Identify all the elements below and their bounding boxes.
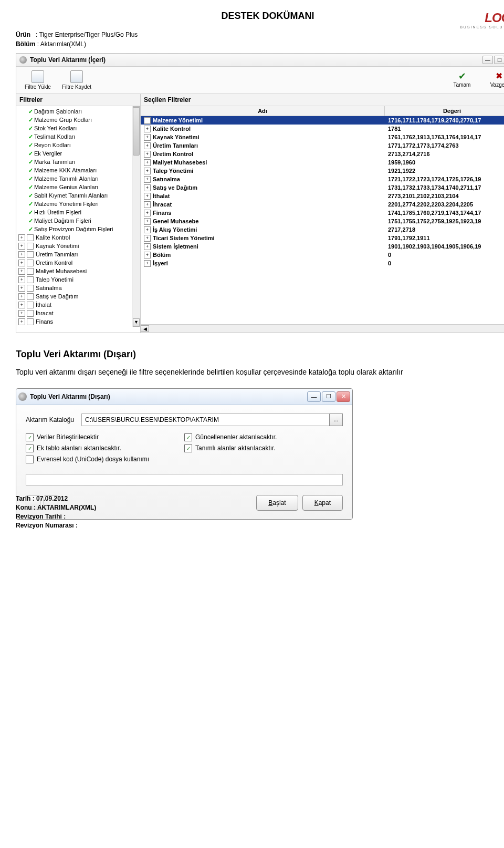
expand-icon[interactable]: + bbox=[144, 159, 151, 166]
tree-node[interactable]: +Satınalma bbox=[18, 284, 138, 292]
scroll-down-icon[interactable]: ▼ bbox=[133, 318, 140, 327]
expand-icon[interactable]: + bbox=[144, 235, 151, 242]
tree-node[interactable]: ✓Stok Yeri Kodları bbox=[18, 124, 138, 132]
grid-hscroll[interactable]: ◀ ▶ bbox=[141, 324, 504, 333]
expand-icon[interactable]: + bbox=[144, 260, 151, 267]
tree-node[interactable]: ✓Teslimat Kodları bbox=[18, 132, 138, 141]
tree-node[interactable]: +Maliyet Muhasebesi bbox=[18, 267, 138, 275]
tamam-button[interactable]: ✔ Tamam bbox=[445, 69, 479, 91]
expand-icon[interactable]: + bbox=[18, 327, 25, 327]
tree-node[interactable]: +Genel Muhasebe bbox=[18, 326, 138, 327]
col-value-header[interactable]: Değeri bbox=[385, 106, 504, 116]
grid-row[interactable]: +Malzeme Yönetimi1716,1711,1784,1719,274… bbox=[141, 116, 504, 125]
grid-row[interactable]: +Kalite Kontrol1781 bbox=[141, 125, 504, 133]
grid-row[interactable]: +Üretim Kontrol2713,2714,2716 bbox=[141, 150, 504, 158]
expand-icon[interactable]: + bbox=[18, 243, 25, 250]
tree-node[interactable]: +Satış ve Dağıtım bbox=[18, 292, 138, 301]
tree-node[interactable]: ✓Maliyet Dağıtım Fişleri bbox=[18, 216, 138, 225]
tree-node[interactable]: +Üretim Kontrol bbox=[18, 258, 138, 267]
titlebar[interactable]: Toplu Veri Aktarımı (İçeri) — ☐ ✕ bbox=[16, 54, 504, 67]
expand-icon[interactable]: + bbox=[18, 276, 25, 283]
expand-icon[interactable]: + bbox=[18, 285, 25, 292]
expand-icon[interactable]: + bbox=[18, 234, 25, 241]
expand-icon[interactable]: + bbox=[18, 251, 25, 258]
tree-node[interactable]: ✓Sabit Kıymet Tanımlı Alanları bbox=[18, 191, 138, 200]
chk-veriler-birlestirilecektir[interactable]: ✓Veriler Birleştirilecektir bbox=[26, 433, 184, 441]
tree-node[interactable]: ✓Dağıtım Şablonları bbox=[18, 107, 138, 116]
tree-node[interactable]: ✓Hızlı Üretim Fişleri bbox=[18, 208, 138, 216]
grid-row[interactable]: +Satınalma1721,1722,1723,1724,1725,1726,… bbox=[141, 175, 504, 183]
chk-unicode[interactable]: Evrensel kod (UniCode) dosya kullanımı bbox=[26, 456, 184, 463]
filtre-yukle-button[interactable]: Filtre Yükle bbox=[19, 69, 56, 91]
expand-icon[interactable]: + bbox=[144, 252, 151, 258]
expand-icon[interactable]: + bbox=[144, 142, 151, 149]
tree-node[interactable]: ✓Ek Vergiler bbox=[18, 149, 138, 158]
filtre-kaydet-button[interactable]: Filtre Kaydet bbox=[58, 69, 95, 91]
expand-icon[interactable]: + bbox=[144, 151, 151, 158]
tree-node[interactable]: ✓Malzeme KKK Atamaları bbox=[18, 166, 138, 174]
expand-icon[interactable]: + bbox=[144, 226, 151, 233]
chk-guncellenenler[interactable]: ✓Güncellenenler aktarılacaktır. bbox=[184, 433, 343, 441]
grid-row[interactable]: +Finans1741,1785,1760,2719,1743,1744,17 bbox=[141, 209, 504, 217]
scroll-left-icon[interactable]: ◀ bbox=[141, 325, 149, 332]
grid-row[interactable]: +Bölüm0 bbox=[141, 251, 504, 259]
katalog-input[interactable]: C:\USERS\BURCU.ESEN\DESKTOP\AKTARIM bbox=[81, 413, 330, 426]
grid-row[interactable]: +Satış ve Dağıtım1731,1732,1733,1734,174… bbox=[141, 183, 504, 192]
close-button[interactable]: ✕ bbox=[337, 391, 350, 402]
tree-node[interactable]: +Finans bbox=[18, 317, 138, 326]
grid-row[interactable]: +Talep Yönetimi1921,1922 bbox=[141, 167, 504, 175]
tree-scrollbar[interactable]: ▲ ▼ bbox=[132, 106, 140, 327]
expand-icon[interactable]: + bbox=[144, 243, 151, 250]
baslat-button[interactable]: Başlat bbox=[256, 495, 298, 511]
minimize-button[interactable]: — bbox=[482, 56, 493, 64]
filter-tree[interactable]: ✓Dağıtım Şablonları✓Malzeme Grup Kodları… bbox=[16, 106, 140, 327]
expand-icon[interactable]: + bbox=[144, 176, 151, 183]
expand-icon[interactable]: + bbox=[144, 126, 151, 132]
expand-icon[interactable]: + bbox=[144, 184, 151, 191]
grid-row[interactable]: +İşyeri0 bbox=[141, 259, 504, 267]
scroll-thumb[interactable] bbox=[133, 107, 140, 156]
chk-ek-tablo[interactable]: ✓Ek tablo alanları aktarılacaktır. bbox=[26, 444, 184, 452]
tree-node[interactable]: +Kaynak Yönetimi bbox=[18, 242, 138, 250]
kapat-button[interactable]: Kapat bbox=[302, 495, 343, 511]
expand-icon[interactable]: + bbox=[18, 318, 25, 325]
tree-node[interactable]: ✓Malzeme Tanımlı Alanları bbox=[18, 174, 138, 183]
tree-node[interactable]: ✓Malzeme Genius Alanları bbox=[18, 183, 138, 191]
grid-row[interactable]: +İş Akış Yönetimi2717,2718 bbox=[141, 225, 504, 234]
tree-node[interactable]: ✓Reyon Kodları bbox=[18, 141, 138, 149]
expand-icon[interactable]: + bbox=[18, 268, 25, 275]
tree-node[interactable]: +Talep Yönetimi bbox=[18, 275, 138, 284]
tree-node[interactable]: +İhracat bbox=[18, 309, 138, 317]
expand-icon[interactable]: + bbox=[144, 218, 151, 225]
expand-icon[interactable]: + bbox=[144, 117, 151, 124]
grid-row[interactable]: +İthalat2773,2101,2102,2103,2104 bbox=[141, 192, 504, 200]
grid-row[interactable]: +İhracat2201,2774,2202,2203,2204,2205 bbox=[141, 200, 504, 209]
browse-button[interactable]: ... bbox=[329, 413, 343, 426]
grid-row[interactable]: +Ticari Sistem Yönetimi1791,1792,1911 bbox=[141, 234, 504, 242]
expand-icon[interactable]: + bbox=[144, 193, 151, 200]
tree-node[interactable]: ✓Marka Tanımları bbox=[18, 158, 138, 166]
expand-icon[interactable]: + bbox=[144, 201, 151, 208]
tree-node[interactable]: +Kalite Kontrol bbox=[18, 233, 138, 242]
tree-node[interactable]: ✓Malzeme Grup Kodları bbox=[18, 116, 138, 124]
tree-node[interactable]: +İthalat bbox=[18, 301, 138, 309]
expand-icon[interactable]: + bbox=[144, 134, 151, 141]
tree-node[interactable]: +Üretim Tanımları bbox=[18, 250, 138, 258]
grid-row[interactable]: +Maliyet Muhasebesi1959,1960 bbox=[141, 158, 504, 167]
expand-icon[interactable]: + bbox=[18, 310, 25, 317]
maximize-button[interactable]: ☐ bbox=[494, 56, 504, 64]
grid-row[interactable]: +Kaynak Yönetimi1761,1762,1913,1763,1764… bbox=[141, 133, 504, 141]
tree-node[interactable]: ✓Satış Provizyon Dağıtım Fişleri bbox=[18, 225, 138, 233]
expand-icon[interactable]: + bbox=[18, 293, 25, 300]
expand-icon[interactable]: + bbox=[144, 210, 151, 216]
grid-row[interactable]: +Genel Muhasebe1751,1755,1752,2759,1925,… bbox=[141, 217, 504, 225]
grid-row[interactable]: +Üretim Tanımları1771,1772,1773,1774,276… bbox=[141, 141, 504, 150]
expand-icon[interactable]: + bbox=[144, 168, 151, 174]
maximize-button[interactable]: ☐ bbox=[322, 391, 335, 402]
chk-tanimli-alanlar[interactable]: ✓Tanımlı alanlar aktarılacaktır. bbox=[184, 444, 343, 452]
grid-row[interactable]: +Sistem İşletmeni1901,1902,1903,1904,190… bbox=[141, 242, 504, 251]
expand-icon[interactable]: + bbox=[18, 260, 25, 266]
expand-icon[interactable]: + bbox=[18, 302, 25, 308]
tree-node[interactable]: ✓Malzeme Yönetimi Fişleri bbox=[18, 200, 138, 208]
grid-body[interactable]: +Malzeme Yönetimi1716,1711,1784,1719,274… bbox=[141, 116, 504, 324]
